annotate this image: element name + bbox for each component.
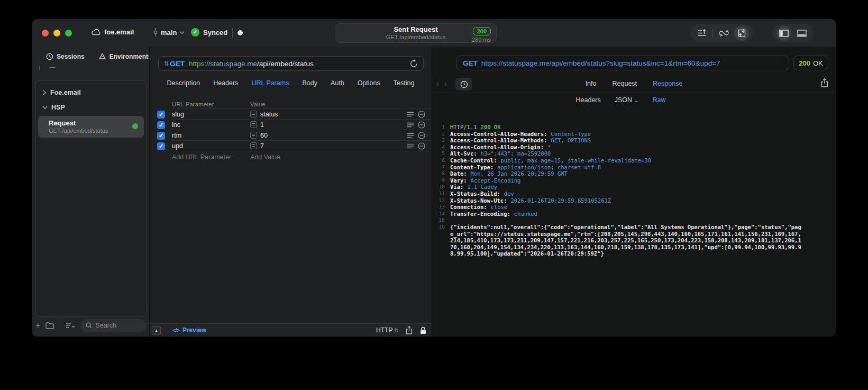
tree-item-hsp[interactable]: HSP bbox=[38, 100, 144, 115]
collapse-panel-button[interactable]: ▲ bbox=[152, 326, 161, 335]
param-value[interactable]: 7 bbox=[260, 142, 264, 150]
json-body-line: 16{"incidents":null,"overall":{"code":"o… bbox=[432, 224, 833, 257]
request-list-item-selected[interactable]: Request GET /api/embed/status bbox=[38, 116, 144, 138]
tab-testing[interactable]: Testing bbox=[394, 79, 415, 87]
branch-selector[interactable]: main bbox=[153, 28, 185, 37]
add-request-button[interactable]: + bbox=[35, 321, 40, 330]
tree-label: Foe.email bbox=[50, 89, 81, 96]
project-selector[interactable]: foe.email bbox=[92, 28, 134, 36]
param-row-inc[interactable]: ✓ inc =1 bbox=[150, 120, 432, 130]
close-button[interactable] bbox=[42, 30, 49, 37]
status-line: 1 HTTP/1.1200 OK bbox=[432, 124, 833, 131]
import-export-box-icon bbox=[737, 29, 746, 38]
export-list-button[interactable] bbox=[695, 26, 709, 41]
minimize-button[interactable] bbox=[53, 30, 60, 37]
lock-icon[interactable] bbox=[420, 326, 426, 334]
search-box[interactable] bbox=[80, 319, 146, 332]
protocol-selector[interactable]: HTTP ⇅ bbox=[376, 326, 398, 334]
export-response-button[interactable] bbox=[821, 78, 828, 87]
remove-row-icon[interactable] bbox=[418, 132, 425, 139]
sync-status[interactable]: ✓ Synced bbox=[191, 28, 227, 37]
remove-row-icon[interactable] bbox=[418, 111, 425, 118]
unsaved-dot-icon bbox=[237, 30, 243, 35]
new-folder-button[interactable] bbox=[45, 322, 54, 329]
request-url-bar[interactable]: ⇅ GET https://statuspage.me/api/embed/st… bbox=[158, 56, 424, 71]
request-method[interactable]: GET bbox=[170, 60, 185, 68]
tab-options[interactable]: Options bbox=[358, 79, 380, 87]
tab-info[interactable]: Info bbox=[586, 80, 597, 87]
clock-icon bbox=[46, 53, 53, 60]
param-row-rtm[interactable]: ✓ rtm =60 bbox=[150, 130, 432, 141]
method-selector-icon[interactable]: ⇅ bbox=[164, 60, 169, 67]
response-url-bar[interactable]: GET https://statuspage.me/api/embed/stat… bbox=[456, 56, 789, 70]
header-line: 6Cache-Control:public, max-age=15, stale… bbox=[432, 157, 833, 164]
sync-arrows-button[interactable] bbox=[716, 26, 731, 41]
history-forward-button[interactable]: › bbox=[444, 79, 447, 88]
preview-button[interactable]: </> Preview bbox=[172, 326, 206, 334]
preview-label: Preview bbox=[182, 326, 206, 334]
history-back-button[interactable]: ‹ bbox=[436, 79, 439, 88]
response-raw-view[interactable]: 1 HTTP/1.1200 OK 2Access-Control-Allow-H… bbox=[432, 109, 833, 337]
tab-environments[interactable]: Environments bbox=[98, 53, 152, 60]
param-value[interactable]: status bbox=[260, 111, 278, 118]
history-button[interactable] bbox=[455, 78, 472, 90]
request-panel: ⇅ GET https://statuspage.me/api/embed/st… bbox=[149, 47, 432, 337]
subtab-json[interactable]: JSON⌄ bbox=[615, 96, 639, 104]
project-name: foe.email bbox=[104, 28, 134, 36]
remove-row-icon[interactable] bbox=[418, 121, 425, 129]
param-row-slug[interactable]: ✓ slug =status bbox=[150, 109, 432, 120]
sort-filter-button[interactable] bbox=[66, 322, 75, 329]
add-value[interactable]: Add Value bbox=[250, 153, 404, 161]
toggle-bottom-panel-button[interactable] bbox=[794, 26, 809, 41]
traffic-lights bbox=[42, 30, 72, 37]
row-menu-icon[interactable] bbox=[407, 133, 414, 138]
tab-auth[interactable]: Auth bbox=[331, 79, 344, 87]
request-title: Request bbox=[49, 119, 139, 127]
protocol-label: HTTP bbox=[376, 326, 392, 334]
row-menu-icon[interactable] bbox=[407, 122, 414, 128]
subtab-headers[interactable]: Headers bbox=[576, 96, 601, 104]
search-input[interactable] bbox=[95, 322, 141, 329]
subtab-raw[interactable]: Raw bbox=[652, 96, 665, 104]
param-name: inc bbox=[172, 120, 250, 130]
add-url-parameter[interactable]: Add URL Parameter bbox=[172, 153, 250, 161]
updown-icon: ⇅ bbox=[394, 328, 398, 333]
tree-item-foe-email[interactable]: Foe.email bbox=[38, 85, 144, 100]
param-checkbox[interactable]: ✓ bbox=[157, 121, 165, 129]
search-icon bbox=[86, 322, 92, 329]
tab-body[interactable]: Body bbox=[302, 79, 317, 87]
tab-headers[interactable]: Headers bbox=[213, 79, 238, 87]
branch-name: main bbox=[161, 29, 177, 37]
tab-request[interactable]: Request bbox=[613, 80, 637, 87]
response-status-text: OK bbox=[813, 59, 823, 67]
chevron-right-icon bbox=[42, 90, 47, 95]
import-export-button[interactable] bbox=[734, 26, 749, 41]
param-value[interactable]: 60 bbox=[260, 132, 268, 139]
tab-response[interactable]: Response bbox=[653, 80, 682, 87]
remove-session-button[interactable]: — bbox=[49, 64, 55, 72]
param-value[interactable]: 1 bbox=[260, 121, 264, 129]
status-code-badge: 200 bbox=[473, 27, 491, 35]
param-checkbox[interactable]: ✓ bbox=[157, 142, 165, 150]
sessions-label: Sessions bbox=[57, 53, 85, 60]
row-menu-icon[interactable] bbox=[407, 112, 414, 117]
toggle-sidebar-button[interactable] bbox=[776, 26, 791, 41]
sent-request-subtitle: GET /api/embed/status bbox=[386, 34, 445, 41]
send-reload-button[interactable] bbox=[410, 59, 418, 68]
row-menu-icon[interactable] bbox=[407, 143, 414, 149]
request-status-pill[interactable]: Sent Request GET /api/embed/status 200 2… bbox=[335, 23, 497, 43]
tab-url-params[interactable]: URL Params bbox=[251, 79, 289, 87]
header-line: 14Transfer-Encoding:chunked bbox=[432, 211, 833, 217]
url-params-table: URL Parameter Value ✓ slug =status ✓ inc… bbox=[150, 99, 432, 163]
add-param-row: Add URL Parameter Add Value bbox=[150, 151, 432, 163]
tab-description[interactable]: Description bbox=[167, 79, 200, 87]
remove-row-icon[interactable] bbox=[418, 142, 425, 150]
tab-sessions[interactable]: Sessions bbox=[46, 53, 85, 60]
zoom-button[interactable] bbox=[65, 30, 72, 37]
share-icon[interactable] bbox=[406, 326, 413, 334]
param-row-upd[interactable]: ✓ upd =7 bbox=[150, 141, 432, 151]
add-session-button[interactable]: + bbox=[38, 64, 42, 72]
header-line: 11X-Status-Build:dev bbox=[432, 191, 833, 197]
param-checkbox[interactable]: ✓ bbox=[157, 111, 165, 119]
param-checkbox[interactable]: ✓ bbox=[157, 132, 165, 140]
